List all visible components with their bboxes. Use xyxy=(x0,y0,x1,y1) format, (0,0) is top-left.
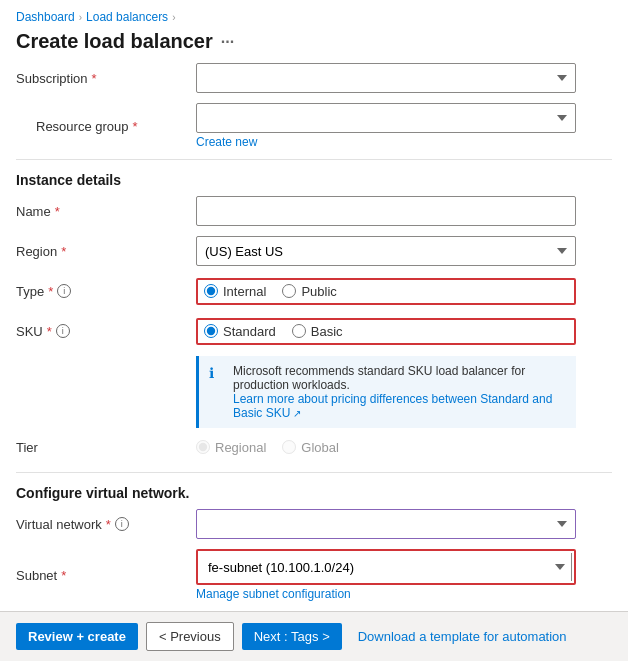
manage-subnet-link[interactable]: Manage subnet configuration xyxy=(196,587,576,601)
sku-basic-radio[interactable] xyxy=(292,324,306,338)
tier-global-label[interactable]: Global xyxy=(282,440,339,455)
type-internal-radio[interactable] xyxy=(204,284,218,298)
more-options-icon[interactable]: ··· xyxy=(221,33,234,51)
virtual-network-select[interactable] xyxy=(196,509,576,539)
download-template-link[interactable]: Download a template for automation xyxy=(358,629,567,644)
subnet-box: fe-subnet (10.100.1.0/24) xyxy=(196,549,576,585)
type-info-icon[interactable]: i xyxy=(57,284,71,298)
subscription-select[interactable] xyxy=(196,63,576,93)
subnet-row: Subnet * fe-subnet (10.100.1.0/24) Manag… xyxy=(16,549,612,601)
sku-label: SKU * i xyxy=(16,324,196,339)
type-internal-label[interactable]: Internal xyxy=(204,284,266,299)
region-row: Region * (US) East US xyxy=(16,236,612,266)
tier-control: Regional Global xyxy=(196,440,576,455)
sku-info-link[interactable]: Learn more about pricing differences bet… xyxy=(233,392,552,420)
next-button[interactable]: Next : Tags > xyxy=(242,623,342,650)
virtual-network-control xyxy=(196,509,576,539)
resource-group-row: Resource group * Create new xyxy=(16,103,612,149)
region-control: (US) East US xyxy=(196,236,576,266)
breadcrumb-load-balancers[interactable]: Load balancers xyxy=(86,10,168,24)
tier-row: Tier Regional Global xyxy=(16,432,612,462)
page-title: Create load balancer xyxy=(16,30,213,53)
region-required: * xyxy=(61,244,66,259)
tier-regional-text: Regional xyxy=(215,440,266,455)
type-public-text: Public xyxy=(301,284,336,299)
name-input[interactable] xyxy=(196,196,576,226)
configure-vnet-title: Configure virtual network. xyxy=(16,485,612,501)
review-create-button[interactable]: Review + create xyxy=(16,623,138,650)
breadcrumb-dashboard[interactable]: Dashboard xyxy=(16,10,75,24)
sku-info-box: ℹ Microsoft recommends standard SKU load… xyxy=(196,356,576,428)
previous-button[interactable]: < Previous xyxy=(146,622,234,651)
sku-basic-text: Basic xyxy=(311,324,343,339)
resource-group-control: Create new xyxy=(196,103,576,149)
sku-row: SKU * i Standard Basic xyxy=(16,316,612,346)
divider-2 xyxy=(16,472,612,473)
sku-control: Standard Basic xyxy=(196,318,576,345)
type-radio-group: Internal Public xyxy=(196,278,576,305)
footer: Review + create < Previous Next : Tags >… xyxy=(0,611,628,661)
type-control: Internal Public xyxy=(196,278,576,305)
type-internal-text: Internal xyxy=(223,284,266,299)
sku-standard-radio[interactable] xyxy=(204,324,218,338)
subscription-label: Subscription * xyxy=(16,71,196,86)
subnet-required: * xyxy=(61,568,66,583)
instance-details-title: Instance details xyxy=(16,172,612,188)
tier-regional-radio[interactable] xyxy=(196,440,210,454)
tier-label: Tier xyxy=(16,440,196,455)
subscription-control xyxy=(196,63,576,93)
virtual-network-info-icon[interactable]: i xyxy=(115,517,129,531)
resource-group-select[interactable] xyxy=(196,103,576,133)
subscription-row: Subscription * xyxy=(16,63,612,93)
breadcrumb-chevron-1: › xyxy=(79,12,82,23)
breadcrumb: Dashboard › Load balancers › xyxy=(0,0,628,28)
subscription-required: * xyxy=(92,71,97,86)
sku-info-text: Microsoft recommends standard SKU load b… xyxy=(233,364,566,420)
breadcrumb-chevron-2: › xyxy=(172,12,175,23)
subnet-control: fe-subnet (10.100.1.0/24) Manage subnet … xyxy=(196,549,576,601)
region-label: Region * xyxy=(16,244,196,259)
create-new-link[interactable]: Create new xyxy=(196,135,576,149)
divider-1 xyxy=(16,159,612,160)
sku-basic-label[interactable]: Basic xyxy=(292,324,343,339)
virtual-network-row: Virtual network * i xyxy=(16,509,612,539)
resource-group-required: * xyxy=(133,119,138,134)
tier-global-text: Global xyxy=(301,440,339,455)
subnet-label: Subnet * xyxy=(16,568,196,583)
sku-info-icon[interactable]: i xyxy=(56,324,70,338)
sku-required: * xyxy=(47,324,52,339)
tier-regional-label[interactable]: Regional xyxy=(196,440,266,455)
name-row: Name * xyxy=(16,196,612,226)
sku-standard-label[interactable]: Standard xyxy=(204,324,276,339)
type-label: Type * i xyxy=(16,284,196,299)
type-public-label[interactable]: Public xyxy=(282,284,336,299)
name-required: * xyxy=(55,204,60,219)
sku-standard-text: Standard xyxy=(223,324,276,339)
tier-global-radio[interactable] xyxy=(282,440,296,454)
name-label: Name * xyxy=(16,204,196,219)
tier-radio-group: Regional Global xyxy=(196,440,576,455)
virtual-network-label: Virtual network * i xyxy=(16,517,196,532)
subnet-select[interactable]: fe-subnet (10.100.1.0/24) xyxy=(200,553,572,581)
page-title-row: Create load balancer ··· xyxy=(0,28,628,63)
type-public-radio[interactable] xyxy=(282,284,296,298)
name-control xyxy=(196,196,576,226)
type-required: * xyxy=(48,284,53,299)
resource-group-label: Resource group * xyxy=(16,119,196,134)
sku-radio-group: Standard Basic xyxy=(196,318,576,345)
info-box-icon: ℹ xyxy=(209,365,225,420)
type-row: Type * i Internal Public xyxy=(16,276,612,306)
form-content: Subscription * Resource group * Create n… xyxy=(0,63,628,643)
virtual-network-required: * xyxy=(106,517,111,532)
region-select[interactable]: (US) East US xyxy=(196,236,576,266)
